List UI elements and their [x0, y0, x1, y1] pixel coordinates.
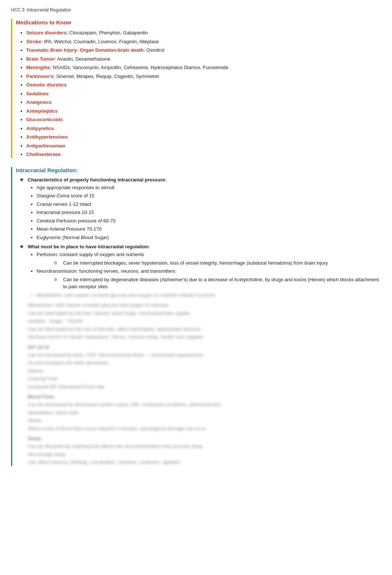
what-must-list-item: Perfusion: constant supply of oxygen and…: [37, 251, 381, 266]
characteristics-list-item: Intracranial pressure 10-15: [37, 209, 381, 216]
medication-list-item: Antiepileptics: [26, 108, 381, 115]
blurred-content: Metabolism: cells require constant gluco…: [16, 302, 381, 466]
medication-list-item: Seizure disorders: Clonazepam, Phenytoin…: [26, 29, 381, 37]
characteristics-list: Age appropriate responses to stimuliGlas…: [28, 184, 381, 241]
medication-list-item: Sedatives: [26, 90, 381, 98]
intracranial-section: Intracranial Regulation: Characteristics…: [11, 167, 381, 466]
medication-list-item: Glucocorticoids: [26, 116, 381, 123]
medication-list-item: Cholinesterase: [26, 151, 381, 158]
characteristics-heading: Characteristics of properly functioning …: [28, 177, 166, 183]
blurred-section: Metabolism: cells require constant gluco…: [28, 302, 381, 341]
medication-list-item: Brain Tumor: Avastin, Dexamethasone: [26, 55, 381, 63]
page-title: HCC 3: Intracranial Regulation: [11, 7, 71, 13]
intracranial-diamond-list: Characteristics of properly functioning …: [16, 177, 381, 299]
medication-list-item: Antihypertensives: [26, 133, 381, 141]
medication-list-item: Analgesics: [26, 99, 381, 106]
characteristics-list-item: Mean Arterial Pressure 70-170: [37, 225, 381, 233]
blurred-section: Sleep:Can be disrupted by anything that …: [28, 436, 381, 466]
medications-list: Seizure disorders: Clonazepam, Phenytoin…: [16, 29, 381, 158]
medication-list-item: Meningitis: NSAIDs, Vancomycin, Ampicill…: [26, 64, 381, 71]
medication-list-item: Osmotic diuretics: [26, 81, 381, 89]
medication-list-item: Antipyretics: [26, 125, 381, 132]
characteristics-list-item: Age appropriate responses to stimuli: [37, 184, 381, 191]
characteristics-list-item: Cerebral Perfusion pressure of 60-70: [37, 217, 381, 225]
medication-list-item: Antiparkinsonian: [26, 142, 381, 150]
o-item: oCan be interrupted by degenerative dise…: [54, 276, 381, 290]
o-item: oCan be interrupted blockages, sever hyp…: [54, 259, 381, 267]
medications-title: Medications to Know: [16, 19, 381, 25]
what-must-list-item: Neurotransmission: functioning nerves, n…: [37, 268, 381, 290]
intracranial-title: Intracranial Regulation:: [16, 167, 381, 173]
blurred-section: ICP 10-15Can be increased by brain, CSF,…: [28, 344, 381, 391]
characteristics-list-item: Cranial nerves 1-12 intact: [37, 201, 381, 208]
characteristics-list-item: Glasgow Coma score of 15: [37, 192, 381, 200]
page-header: HCC 3: Intracranial Regulation: [11, 7, 381, 13]
what-must-list-item: Metabolism: cells require constant gluco…: [37, 292, 381, 299]
characteristics-list-item: Euglycemic (Normal Blood Sugar): [37, 234, 381, 241]
what-must-item: What must be in place to have intracrani…: [20, 244, 381, 299]
medications-section: Medications to Know Seizure disorders: C…: [11, 19, 381, 158]
medication-list-item: Traumatic Brain Injury- Organ Donation-b…: [26, 47, 381, 54]
characteristics-item: Characteristics of properly functioning …: [20, 177, 381, 241]
blurred-section: Blood Flow:Can be decreased by decreased…: [28, 394, 381, 432]
medication-list-item: Stroke: tPA, Welchol, Coumadin, Lovenox,…: [26, 38, 381, 45]
what-must-heading: What must be in place to have intracrani…: [28, 244, 150, 249]
what-must-list: Perfusion: constant supply of oxygen and…: [28, 251, 381, 299]
medication-list-item: Parkinson's: Sinemet, Mirapex, Requip, C…: [26, 73, 381, 80]
